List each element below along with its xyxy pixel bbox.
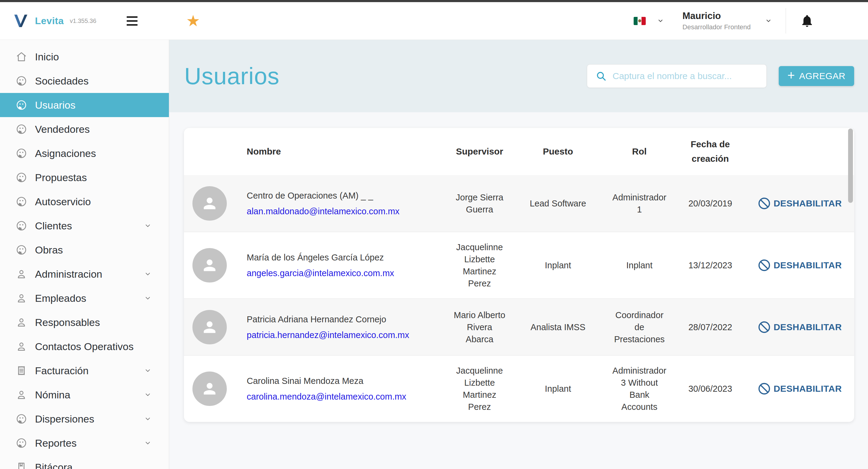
cell-supervisor: Mario Alberto Rivera Abarca <box>446 309 513 345</box>
disable-user-button[interactable]: DESHABILITAR <box>745 320 854 334</box>
chevron-down-icon <box>144 295 151 302</box>
cell-rol: Inplant <box>603 259 676 271</box>
table-scrollbar[interactable] <box>848 128 853 203</box>
topbar-right: Mauricio Desarrollador Frontend <box>634 8 868 33</box>
person-icon <box>16 268 27 280</box>
window-top-strip <box>0 0 868 2</box>
sidebar-item-autoservicio[interactable]: Autoservicio <box>0 189 169 214</box>
user-menu[interactable]: Mauricio Desarrollador Frontend <box>683 10 751 31</box>
user-email-link[interactable]: patricia.hernandez@intelamexico.com.mx <box>247 329 409 341</box>
cell-fecha: 13/12/2023 <box>676 259 745 271</box>
chevron-down-icon[interactable] <box>765 18 772 24</box>
sidebar-item-inicio[interactable]: Inicio <box>0 45 169 69</box>
disable-user-button[interactable]: DESHABILITAR <box>745 258 854 272</box>
cell-puesto: Inplant <box>513 259 603 271</box>
search-input[interactable] <box>613 71 759 81</box>
column-header-nombre: Nombre <box>235 144 446 159</box>
chevron-down-icon <box>144 222 151 229</box>
disable-button-label: DESHABILITAR <box>774 198 842 209</box>
brand-version: v1.355.36 <box>70 18 96 25</box>
cell-fecha: 28/07/2022 <box>676 321 745 333</box>
face-icon <box>16 220 27 232</box>
page-header-band: Usuarios + AGREGAR <box>169 40 868 112</box>
block-icon <box>757 258 771 272</box>
user-fullname: Patricia Adriana Hernandez Cornejo <box>247 313 437 325</box>
sidebar-item-nomina[interactable]: Nómina <box>0 383 169 407</box>
user-email-link[interactable]: carolina.mendoza@intelamexico.com.mx <box>247 390 406 403</box>
main-area: Usuarios + AGREGAR Nombre <box>169 40 868 469</box>
sidebar-item-dispersiones[interactable]: Dispersiones <box>0 407 169 431</box>
chevron-down-icon <box>144 439 151 447</box>
block-icon <box>757 197 771 210</box>
chevron-down-icon <box>144 367 151 374</box>
chevron-down-icon[interactable] <box>657 18 664 24</box>
person-icon <box>16 292 27 304</box>
sidebar-item-sociedades[interactable]: Sociedades <box>0 69 169 93</box>
page-title: Usuarios <box>184 62 280 90</box>
sidebar-item-empleados[interactable]: Empleados <box>0 286 169 310</box>
add-user-button[interactable]: + AGREGAR <box>779 66 854 86</box>
cell-rol: Administrador 1 <box>603 191 676 215</box>
table-header-row: Nombre Supervisor Puesto Rol Fecha de cr… <box>184 128 854 175</box>
face-icon <box>16 413 27 424</box>
cell-puesto: Analista IMSS <box>513 321 603 333</box>
sidebar-item-usuarios[interactable]: Usuarios <box>0 93 169 117</box>
avatar <box>192 248 227 283</box>
user-email-link[interactable]: alan.maldonado@intelamexico.com.mx <box>247 205 400 217</box>
column-header-supervisor: Supervisor <box>446 144 513 159</box>
sidebar-item-responsables[interactable]: Responsables <box>0 310 169 334</box>
cell-puesto: Lead Software <box>513 197 603 209</box>
star-icon[interactable]: ★ <box>186 13 200 29</box>
bell-icon[interactable] <box>800 13 814 28</box>
disable-button-label: DESHABILITAR <box>774 322 842 332</box>
home-icon <box>16 51 27 62</box>
user-fullname: María de los Ángeles García López <box>247 252 437 263</box>
users-table-card: Nombre Supervisor Puesto Rol Fecha de cr… <box>184 128 854 422</box>
search-box <box>587 64 767 88</box>
column-header-fecha: Fecha de creación <box>676 137 745 166</box>
block-icon <box>757 320 771 334</box>
sidebar-item-clientes[interactable]: Clientes <box>0 214 169 238</box>
app-window: Levita v1.355.36 ★ Mauricio Desarrollado… <box>0 0 868 469</box>
flag-mexico-icon[interactable] <box>634 17 646 25</box>
sidebar-item-obras[interactable]: Obras <box>0 238 169 262</box>
user-fullname: Carolina Sinai Mendoza Meza <box>247 375 437 387</box>
cell-supervisor: Jorge Sierra Guerra <box>446 191 513 215</box>
brand-name: Levita <box>35 16 64 27</box>
disable-user-button[interactable]: DESHABILITAR <box>745 197 854 210</box>
sidebar-item-administracion[interactable]: Administracion <box>0 262 169 286</box>
sidebar-item-bitacora[interactable]: Bitácora <box>0 455 169 469</box>
content-area: Nombre Supervisor Puesto Rol Fecha de cr… <box>169 112 868 469</box>
user-email-link[interactable]: angeles.garcia@intelamexico.com.mx <box>247 267 394 279</box>
chevron-down-icon <box>144 270 151 278</box>
sidebar-item-vendedores[interactable]: Vendedores <box>0 117 169 141</box>
cell-supervisor: Jacquelinne Lizbette Martinez Perez <box>446 241 513 289</box>
block-icon <box>757 382 771 395</box>
cell-fecha: 20/03/2019 <box>676 197 745 209</box>
chevron-down-icon <box>144 415 151 422</box>
table-row: Patricia Adriana Hernandez Cornejo patri… <box>184 298 854 355</box>
face-icon <box>16 172 27 183</box>
chevron-down-icon <box>144 391 151 399</box>
disable-button-label: DESHABILITAR <box>774 384 842 394</box>
face-icon <box>16 244 27 256</box>
avatar <box>192 372 227 406</box>
sidebar-item-contactos-operativos[interactable]: Contactos Operativos <box>0 334 169 358</box>
receipt-icon <box>16 365 27 376</box>
menu-icon[interactable] <box>127 16 137 26</box>
sidebar-item-asignaciones[interactable]: Asignaciones <box>0 141 169 166</box>
sidebar-item-propuestas[interactable]: Propuestas <box>0 166 169 189</box>
face-icon <box>16 196 27 207</box>
sidebar: Inicio Sociedades Usuarios Vendedores As… <box>0 40 169 469</box>
sidebar-item-reportes[interactable]: Reportes <box>0 431 169 455</box>
person-icon <box>16 341 27 352</box>
table-row: María de los Ángeles García López angele… <box>184 232 854 298</box>
sidebar-item-facturacion[interactable]: Facturación <box>0 358 169 383</box>
disable-user-button[interactable]: DESHABILITAR <box>745 382 854 395</box>
levita-logo-icon <box>12 13 30 28</box>
face-icon <box>16 123 27 135</box>
search-icon <box>596 70 607 82</box>
face-icon <box>16 148 27 159</box>
column-header-puesto: Puesto <box>513 144 603 159</box>
column-header-rol: Rol <box>603 144 676 159</box>
